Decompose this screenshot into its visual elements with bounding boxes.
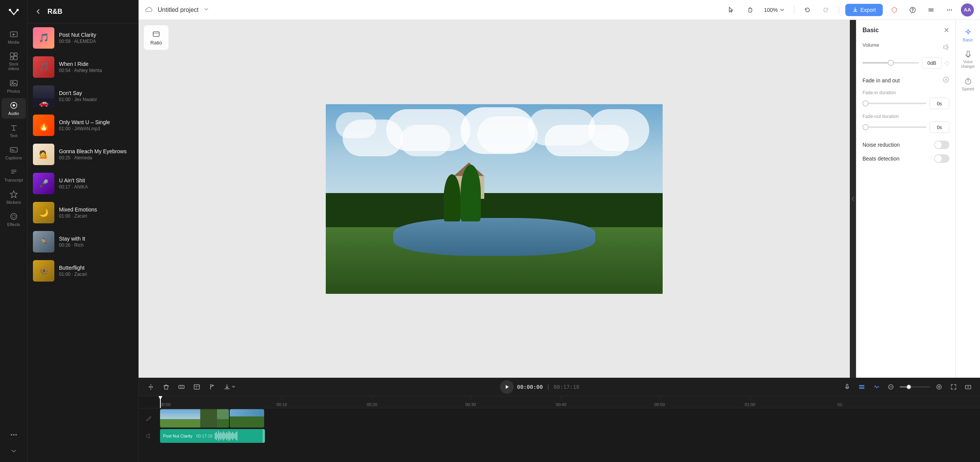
- item-thumbnail: 🎵: [33, 56, 54, 78]
- timeline-content: 00:00 00:10 00:20 00:30: [139, 396, 980, 462]
- volume-icon[interactable]: [942, 44, 949, 51]
- sidebar-item-audio[interactable]: Audio: [2, 98, 26, 119]
- noise-reduction-row: Noise reduction: [862, 141, 949, 149]
- item-thumbnail: 🏃: [33, 231, 54, 252]
- svg-point-1: [16, 9, 19, 11]
- zoom-slider[interactable]: [900, 386, 930, 388]
- delete-button[interactable]: [160, 381, 172, 393]
- list-item[interactable]: 💁 Gonna Bleach My Eyebrows 00:25 · Aleme…: [28, 140, 138, 169]
- svg-rect-5: [10, 57, 13, 60]
- item-title: U Ain't Shit: [59, 177, 133, 183]
- sidebar-item-photos[interactable]: Photos: [2, 76, 26, 97]
- timeline-toolbar: 00:00:00 | 00:17:18: [139, 378, 980, 396]
- beats-toggle[interactable]: [934, 154, 949, 163]
- audio-sync-button[interactable]: [871, 381, 882, 393]
- shield-icon[interactable]: [887, 3, 901, 17]
- app-logo[interactable]: [5, 4, 22, 21]
- svg-point-0: [9, 9, 11, 11]
- volume-slider[interactable]: [862, 62, 919, 64]
- list-item[interactable]: 🔥 Only Want U – Single 01:00 · JAWAN.mp3: [28, 111, 138, 140]
- list-item[interactable]: 🎤 U Ain't Shit 00:17 · ANIKA: [28, 169, 138, 198]
- more-options-button[interactable]: [942, 3, 956, 17]
- undo-button[interactable]: [800, 3, 814, 17]
- item-title: Mixed Emotions: [59, 206, 133, 213]
- hand-tool-button[interactable]: [743, 3, 756, 17]
- track-side-pencil[interactable]: [139, 408, 158, 428]
- list-item[interactable]: 🌙 Mixed Emotions 01:00 · Zacari: [28, 198, 138, 227]
- download-button[interactable]: [221, 381, 238, 393]
- fade-icon[interactable]: [942, 76, 949, 85]
- audio-waveform: [215, 429, 237, 443]
- playhead[interactable]: [160, 396, 161, 408]
- sidebar-item-stock-videos[interactable]: Stock videos: [2, 49, 26, 74]
- list-item[interactable]: 🏃 Stay with It 00:26 · Rich: [28, 227, 138, 256]
- basic-panel: Basic ✕ Volume: [856, 20, 956, 378]
- redo-button[interactable]: [819, 3, 833, 17]
- svg-point-20: [951, 9, 952, 10]
- item-title: Butterflight: [59, 265, 133, 271]
- project-name-chevron[interactable]: [203, 6, 209, 14]
- item-meta: 00:17 · ANIKA: [59, 184, 133, 190]
- svg-rect-27: [859, 385, 864, 387]
- right-strip-speed[interactable]: Speed: [957, 74, 979, 94]
- track-side-audio-vol[interactable]: [139, 428, 158, 444]
- video-clip-2[interactable]: [230, 409, 264, 428]
- avatar[interactable]: AA: [961, 3, 974, 16]
- list-item[interactable]: 🎵 Post Nut Clarity 00:59 · ALEMEDA: [28, 23, 138, 52]
- volume-label: Volume: [862, 42, 879, 48]
- list-icon[interactable]: [924, 3, 938, 17]
- item-meta: 01:00 · Zacari: [59, 213, 133, 219]
- export-button[interactable]: Export: [845, 4, 883, 16]
- svg-point-18: [947, 9, 948, 10]
- collapse-handle[interactable]: [850, 20, 856, 378]
- sidebar-item-text[interactable]: Text: [2, 120, 26, 141]
- sidebar-item-stickers[interactable]: Stickers: [2, 187, 26, 208]
- volume-keyframe-btn[interactable]: ◇: [945, 59, 949, 67]
- noise-toggle[interactable]: [934, 141, 949, 149]
- sidebar-item-chevron-down[interactable]: [2, 444, 26, 458]
- beats-label: Beats detection: [862, 156, 900, 162]
- close-panel-button[interactable]: ✕: [944, 26, 949, 34]
- multi-trim-button[interactable]: [175, 381, 188, 393]
- right-strip-voice-changer[interactable]: Voice changer: [957, 47, 979, 72]
- split-tool-button[interactable]: [145, 381, 157, 393]
- minus-zoom-button[interactable]: [885, 381, 897, 393]
- list-item[interactable]: 🦋 Butterflight 01:00 · Zacari: [28, 256, 138, 285]
- list-item[interactable]: 🎵 When I Ride 00:54 · Ashley Mehta: [28, 52, 138, 82]
- pointer-tool-button[interactable]: [724, 3, 738, 17]
- total-time: 00:17:18: [554, 384, 579, 390]
- fullscreen-button[interactable]: [962, 381, 974, 393]
- split-timeline-button[interactable]: [856, 381, 867, 393]
- right-strip-basic[interactable]: Basic: [957, 25, 979, 45]
- sidebar-item-media[interactable]: Media: [2, 27, 26, 48]
- zoom-selector[interactable]: 100%: [761, 5, 788, 15]
- video-track: [158, 408, 980, 428]
- sidebar-item-more[interactable]: [2, 428, 26, 442]
- svg-rect-21: [153, 32, 159, 36]
- main-area: Untitled project 100%: [139, 0, 980, 462]
- center-tree: [461, 165, 481, 222]
- fade-in-slider[interactable]: [862, 103, 926, 104]
- sidebar-item-transcript[interactable]: Transcript: [2, 165, 26, 185]
- item-meta: 00:59 · ALEMEDA: [59, 39, 133, 44]
- help-button[interactable]: [906, 3, 920, 17]
- audio-clip[interactable]: Post Nut Clarity 00:17:18: [160, 429, 265, 443]
- video-preview: [139, 20, 850, 378]
- list-item[interactable]: 🚗 Don't Say 01:00 · Jex Nwalor: [28, 82, 138, 111]
- fade-out-slider[interactable]: [862, 126, 926, 128]
- template-button[interactable]: [191, 381, 203, 393]
- back-button[interactable]: [33, 6, 44, 17]
- svg-point-8: [12, 82, 13, 83]
- play-button[interactable]: [500, 380, 514, 394]
- project-name[interactable]: Untitled project: [158, 7, 199, 13]
- sidebar-item-captions[interactable]: Captions: [2, 143, 26, 163]
- video-clip-1[interactable]: [160, 409, 229, 428]
- plus-zoom-button[interactable]: [933, 381, 945, 393]
- mic-button[interactable]: [841, 381, 853, 393]
- audio-clip-resize-handle[interactable]: [263, 429, 265, 443]
- sidebar-item-effects[interactable]: Effects: [2, 209, 26, 230]
- fit-screen-button[interactable]: [948, 381, 959, 393]
- flag-button[interactable]: [206, 381, 218, 393]
- ratio-button[interactable]: Ratio: [144, 25, 168, 50]
- item-meta: 01:00 · Zacari: [59, 272, 133, 277]
